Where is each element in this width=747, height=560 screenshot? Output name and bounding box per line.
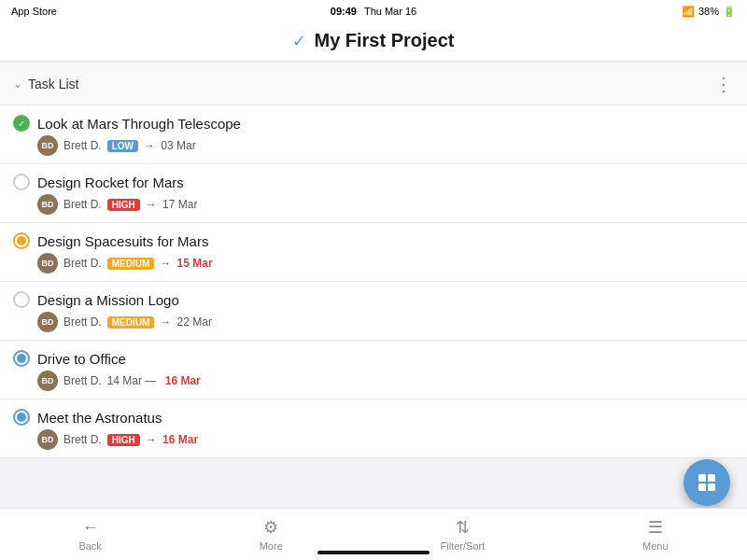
- avatar: BD: [37, 253, 58, 273]
- task-item-bottom: BD Brett D. 14 Mar — 16 Mar: [13, 371, 734, 391]
- avatar: BD: [37, 371, 58, 391]
- task-item-bottom: BD Brett D. LOW → 03 Mar: [13, 135, 734, 156]
- avatar: BD: [37, 135, 58, 156]
- task-name: Design Spacesuits for Mars: [37, 233, 208, 249]
- priority-badge: HIGH: [107, 434, 140, 446]
- task-item[interactable]: ✓ Look at Mars Through Telescope BD Bret…: [0, 105, 747, 164]
- avatar: BD: [37, 312, 58, 332]
- priority-badge: HIGH: [107, 199, 140, 211]
- task-section: ⌄ Task List ⋮ ✓ Look at Mars Through Tel…: [0, 63, 747, 458]
- battery-label: 38%: [698, 6, 719, 17]
- task-item[interactable]: Design a Mission Logo BD Brett D. MEDIUM…: [0, 282, 747, 341]
- task-item-bottom: BD Brett D. MEDIUM → 15 Mar: [13, 253, 734, 273]
- task-item-top: ✓ Look at Mars Through Telescope: [13, 115, 734, 132]
- task-item[interactable]: Design Rocket for Mars BD Brett D. HIGH …: [0, 164, 747, 223]
- page-title: My First Project: [314, 30, 454, 51]
- assignee-name: Brett D.: [63, 433, 102, 446]
- task-date: → 03 Mar: [144, 139, 196, 152]
- assignee-name: Brett D.: [63, 315, 102, 329]
- task-section-label: Task List: [28, 77, 78, 91]
- svg-rect-1: [708, 474, 715, 482]
- task-name: Design Rocket for Mars: [37, 175, 184, 190]
- avatar: BD: [37, 429, 58, 450]
- task-item-top: Drive to Office: [13, 350, 734, 367]
- task-date: → 15 Mar: [160, 257, 212, 270]
- status-pending-icon: [13, 291, 30, 308]
- task-name: Design a Mission Logo: [37, 292, 179, 308]
- assignee-name: Brett D.: [63, 198, 102, 211]
- menu-label: Menu: [642, 540, 669, 552]
- task-item-top: Meet the Astronatus: [13, 409, 734, 426]
- priority-badge: MEDIUM: [107, 316, 155, 329]
- status-in-progress-icon: [13, 232, 30, 249]
- page-header: ✓ My First Project: [0, 22, 747, 62]
- assignee-name: Brett D.: [63, 139, 102, 152]
- svg-rect-3: [708, 483, 715, 491]
- priority-badge: LOW: [107, 140, 138, 152]
- task-list: ✓ Look at Mars Through Telescope BD Bret…: [0, 105, 747, 458]
- more-label: More: [260, 540, 283, 552]
- back-label: Back: [78, 540, 101, 552]
- status-bar: App Store 09:49 Thu Mar 16 📶 38% 🔋: [0, 0, 747, 22]
- bottom-nav: ← Back ⚙ More ⇅ Filter/Sort ☰ Menu: [0, 508, 747, 560]
- menu-icon: ☰: [648, 517, 663, 538]
- fab-button[interactable]: [684, 459, 730, 506]
- task-date: → 16 Mar: [146, 433, 198, 446]
- task-item-top: Design Rocket for Mars: [13, 174, 734, 190]
- task-date: 14 Mar — 16 Mar: [107, 374, 201, 387]
- status-pending-icon: [13, 174, 30, 190]
- battery-icon: 🔋: [723, 6, 736, 18]
- task-item-bottom: BD Brett D. HIGH → 17 Mar: [13, 194, 734, 215]
- avatar: BD: [37, 194, 58, 215]
- task-item-bottom: BD Brett D. HIGH → 16 Mar: [13, 429, 734, 450]
- task-date: → 22 Mar: [160, 315, 212, 329]
- nav-back[interactable]: ← Back: [60, 512, 120, 557]
- status-date: Thu Mar 16: [364, 6, 416, 17]
- status-right: 📶 38% 🔋: [682, 6, 736, 18]
- task-item[interactable]: Drive to Office BD Brett D. 14 Mar — 16 …: [0, 341, 747, 399]
- status-done-icon: [13, 350, 30, 367]
- status-completed-icon: ✓: [13, 115, 30, 132]
- app-store-label: App Store: [11, 6, 57, 17]
- task-item-bottom: BD Brett D. MEDIUM → 22 Mar: [13, 312, 734, 332]
- task-section-label-group: ⌄ Task List: [13, 77, 78, 91]
- status-left: App Store: [11, 6, 57, 17]
- home-indicator: [317, 551, 430, 554]
- task-name: Meet the Astronatus: [37, 410, 162, 426]
- section-menu-icon[interactable]: ⋮: [714, 73, 734, 95]
- filter-sort-label: Filter/Sort: [441, 540, 486, 552]
- assignee-name: Brett D.: [63, 257, 102, 270]
- wifi-icon: 📶: [682, 6, 695, 18]
- task-name: Look at Mars Through Telescope: [37, 116, 241, 132]
- assignee-name: Brett D.: [63, 374, 102, 387]
- priority-badge: MEDIUM: [107, 258, 155, 270]
- task-item-top: Design Spacesuits for Mars: [13, 232, 734, 249]
- task-name: Drive to Office: [37, 351, 126, 367]
- task-date: → 17 Mar: [146, 198, 198, 211]
- task-section-header: ⌄ Task List ⋮: [0, 63, 747, 105]
- task-item-top: Design a Mission Logo: [13, 291, 734, 308]
- status-done-icon: [13, 409, 30, 426]
- task-item[interactable]: Meet the Astronatus BD Brett D. HIGH → 1…: [0, 399, 747, 458]
- task-item[interactable]: Design Spacesuits for Mars BD Brett D. M…: [0, 223, 747, 282]
- filter-sort-icon: ⇅: [456, 517, 470, 538]
- svg-rect-0: [698, 474, 706, 482]
- project-check-icon: ✓: [292, 31, 306, 51]
- back-icon: ←: [82, 518, 99, 538]
- svg-rect-2: [698, 483, 706, 491]
- nav-more[interactable]: ⚙ More: [241, 511, 302, 557]
- nav-menu[interactable]: ☰ Menu: [624, 511, 687, 557]
- status-time: 09:49: [331, 6, 357, 17]
- nav-filter-sort[interactable]: ⇅ Filter/Sort: [422, 511, 504, 557]
- chevron-down-icon[interactable]: ⌄: [13, 77, 22, 91]
- more-icon: ⚙: [263, 517, 278, 538]
